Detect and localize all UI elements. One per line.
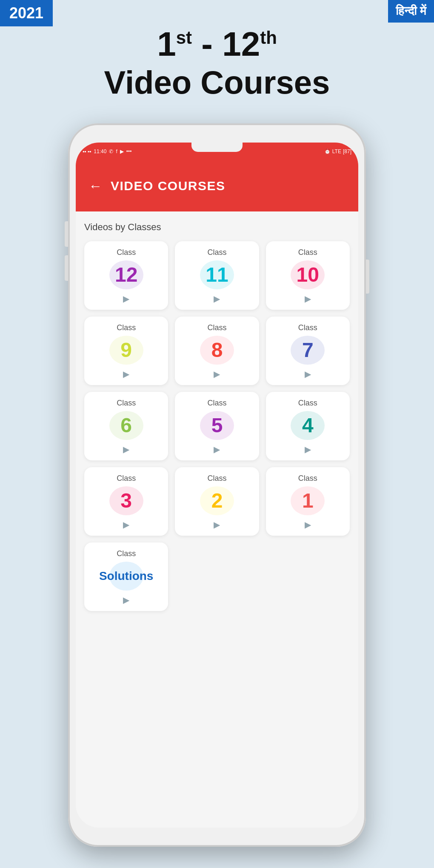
class-card-solutions[interactable]: Class Solutions ▶ bbox=[84, 542, 168, 611]
alarm-icon: ⏰ bbox=[324, 148, 331, 154]
play-icon[interactable]: ▶ bbox=[214, 444, 220, 454]
class-bubble: 2 bbox=[200, 486, 234, 515]
class-bubble: 7 bbox=[291, 336, 325, 365]
class-label: Class bbox=[117, 474, 136, 483]
class-label: Class bbox=[298, 323, 317, 332]
class-number: 3 bbox=[120, 490, 132, 512]
class-number: 4 bbox=[302, 414, 314, 437]
class-number: 2 bbox=[211, 490, 223, 512]
play-icon[interactable]: ▶ bbox=[305, 444, 311, 454]
status-right: ⏰ LTE [87] bbox=[324, 148, 351, 154]
class-bubble: 1 bbox=[291, 486, 325, 515]
class-label: Class bbox=[207, 323, 226, 332]
class-card-7[interactable]: Class 7 ▶ bbox=[266, 317, 350, 385]
volume-up-button bbox=[65, 221, 68, 247]
class-bubble: 8 bbox=[200, 336, 234, 365]
class-label: Class bbox=[298, 474, 317, 483]
section-title: Videos by Classes bbox=[84, 222, 350, 233]
class-card-12[interactable]: Class 12 ▶ bbox=[84, 241, 168, 310]
class-number: 12 bbox=[115, 264, 137, 286]
phone-mockup: ▪▪ ▪▪ 11:40 ✆ f ▶ ••• ⏰ LTE [87] ← bbox=[68, 123, 366, 847]
class-label: Class bbox=[207, 399, 226, 408]
play-icon[interactable]: ▶ bbox=[123, 294, 129, 304]
phone-body: ▪▪ ▪▪ 11:40 ✆ f ▶ ••• ⏰ LTE [87] ← bbox=[68, 123, 366, 847]
class-grid-bottom: Class Solutions ▶ bbox=[84, 542, 350, 611]
header-section: 1st - 12th Video Courses bbox=[0, 26, 434, 102]
class-card-9[interactable]: Class 9 ▶ bbox=[84, 317, 168, 385]
phone-notch bbox=[191, 143, 243, 152]
courses-label: Video Courses bbox=[0, 63, 434, 102]
play-icon[interactable]: ▶ bbox=[305, 520, 311, 530]
volume-down-button bbox=[65, 255, 68, 281]
class-card-5[interactable]: Class 5 ▶ bbox=[175, 392, 259, 460]
class-bubble: 4 bbox=[291, 411, 325, 440]
battery-display: [87] bbox=[343, 148, 351, 154]
app-title: VIDEO COURSES bbox=[111, 179, 226, 193]
lte-icon: LTE bbox=[332, 148, 341, 154]
play-icon[interactable]: ▶ bbox=[123, 595, 129, 605]
content-area: Videos by Classes Class 12 ▶ Class 11 ▶ … bbox=[76, 211, 358, 828]
class-number: 1 bbox=[302, 490, 314, 512]
class-grid: Class 12 ▶ Class 11 ▶ Class 10 ▶ Class 9… bbox=[84, 241, 350, 536]
class-number: 6 bbox=[120, 414, 132, 437]
class-bubble: 9 bbox=[109, 336, 143, 365]
class-number: 7 bbox=[302, 339, 314, 362]
class-card-10[interactable]: Class 10 ▶ bbox=[266, 241, 350, 310]
play-icon[interactable]: ▶ bbox=[214, 294, 220, 304]
class-label: Class bbox=[207, 248, 226, 257]
play-icon[interactable]: ▶ bbox=[214, 369, 220, 379]
play-icon[interactable]: ▶ bbox=[123, 369, 129, 379]
class-label: Class bbox=[117, 549, 136, 558]
class-label: Class bbox=[207, 474, 226, 483]
back-button[interactable]: ← bbox=[89, 178, 102, 194]
class-bubble: 6 bbox=[109, 411, 143, 440]
class-card-1[interactable]: Class 1 ▶ bbox=[266, 467, 350, 536]
call-icon: ✆ bbox=[109, 148, 113, 154]
class-card-3[interactable]: Class 3 ▶ bbox=[84, 467, 168, 536]
class-label: Class bbox=[298, 248, 317, 257]
youtube-icon: ▶ bbox=[120, 148, 124, 154]
signal-icons: ▪▪ ▪▪ bbox=[83, 148, 91, 154]
play-icon[interactable]: ▶ bbox=[214, 520, 220, 530]
play-icon[interactable]: ▶ bbox=[305, 369, 311, 379]
year-badge: 2021 bbox=[0, 0, 53, 26]
hindi-badge[interactable]: हिन्दी में bbox=[388, 0, 434, 23]
class-label: Class bbox=[117, 323, 136, 332]
play-icon[interactable]: ▶ bbox=[123, 520, 129, 530]
class-card-2[interactable]: Class 2 ▶ bbox=[175, 467, 259, 536]
class-card-4[interactable]: Class 4 ▶ bbox=[266, 392, 350, 460]
class-number: 5 bbox=[211, 414, 223, 437]
class-number: 9 bbox=[120, 339, 132, 362]
class-card-11[interactable]: Class 11 ▶ bbox=[175, 241, 259, 310]
class-number: 11 bbox=[206, 264, 228, 286]
class-bubble: 11 bbox=[200, 260, 234, 289]
class-card-8[interactable]: Class 8 ▶ bbox=[175, 317, 259, 385]
class-label: Class bbox=[117, 399, 136, 408]
solutions-text: Solutions bbox=[99, 569, 154, 583]
time-display: 11:40 bbox=[94, 148, 106, 154]
class-number: 10 bbox=[297, 264, 319, 286]
class-card-6[interactable]: Class 6 ▶ bbox=[84, 392, 168, 460]
phone-screen: ▪▪ ▪▪ 11:40 ✆ f ▶ ••• ⏰ LTE [87] ← bbox=[76, 143, 358, 828]
power-button bbox=[366, 260, 369, 294]
class-bubble: 5 bbox=[200, 411, 234, 440]
class-bubble: Solutions bbox=[109, 562, 143, 591]
play-icon[interactable]: ▶ bbox=[305, 294, 311, 304]
class-bubble: 3 bbox=[109, 486, 143, 515]
play-icon[interactable]: ▶ bbox=[123, 444, 129, 454]
class-number: 8 bbox=[211, 339, 223, 362]
grade-range: 1st - 12th bbox=[0, 26, 434, 63]
class-label: Class bbox=[117, 248, 136, 257]
class-bubble: 10 bbox=[291, 260, 325, 289]
class-label: Class bbox=[298, 399, 317, 408]
status-left: ▪▪ ▪▪ 11:40 ✆ f ▶ ••• bbox=[83, 148, 131, 154]
more-icon: ••• bbox=[126, 148, 132, 154]
app-header: ← VIDEO COURSES bbox=[76, 160, 358, 211]
social-icon: f bbox=[116, 148, 117, 154]
class-bubble: 12 bbox=[109, 260, 143, 289]
